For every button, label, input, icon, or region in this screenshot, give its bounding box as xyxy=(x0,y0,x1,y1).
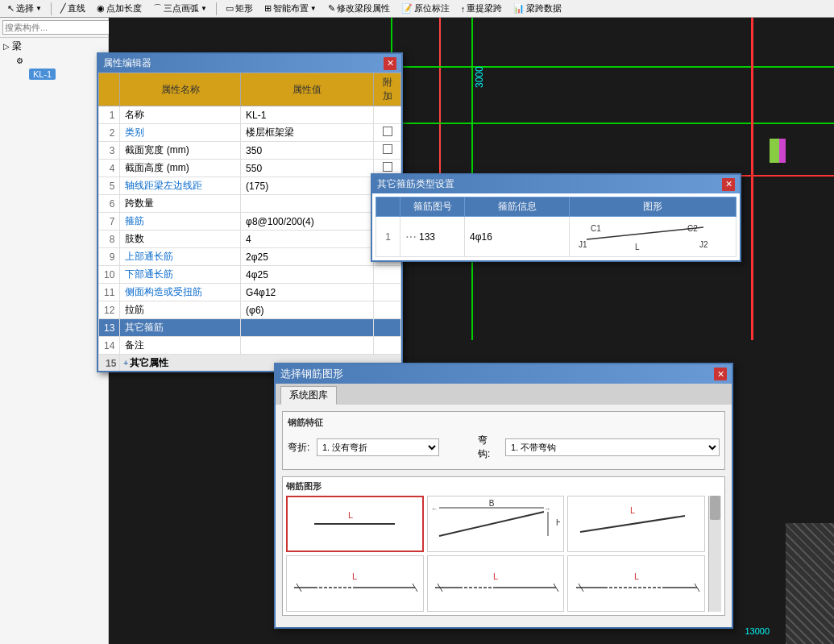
shapes-scrollbar[interactable] xyxy=(708,496,721,612)
prop-row-5[interactable]: 5 轴线距梁左边线距 (175) xyxy=(99,177,401,195)
prop-row-val[interactable]: 2φ25 xyxy=(241,248,374,266)
prop-row-2[interactable]: 2 类别 楼层框架梁 xyxy=(99,124,401,142)
prop-row-7[interactable]: 7 箍筋 φ8@100/200(4) xyxy=(99,213,401,231)
prop-row-val[interactable] xyxy=(241,195,374,213)
prop-row-val[interactable] xyxy=(241,319,374,337)
shapes-grid: L B H ← xyxy=(286,496,721,612)
prop-checkbox[interactable] xyxy=(383,162,392,172)
prop-row-name: 侧面构造或受扭筋 xyxy=(120,284,241,301)
rebar-title-bar[interactable]: 选择钢筋图形 ✕ xyxy=(276,364,732,384)
prop-row-1[interactable]: 1 名称 KL-1 xyxy=(99,106,401,124)
select-tool-btn[interactable]: ↖ 选择 ▼ xyxy=(3,1,46,16)
bend-select[interactable]: 1. 没有弯折 xyxy=(317,438,439,456)
shape-cell-5[interactable]: L xyxy=(567,555,705,612)
rect-tool-btn[interactable]: ▭ 矩形 xyxy=(222,1,257,16)
shape-svg-5: L xyxy=(572,563,701,604)
settings-icon: ⚙ xyxy=(16,56,23,65)
arc-tool-btn[interactable]: ⌒ 三点画弧 ▼ xyxy=(149,1,211,16)
point-length-btn[interactable]: ◉ 点加长度 xyxy=(93,1,146,16)
stirrup-dialog: 其它箍筋类型设置 ✕ 箍筋图号 箍筋信息 图形 1 ⋯ 133 xyxy=(371,173,741,262)
prop-row-add xyxy=(374,319,401,337)
rebar-features-title: 钢筋特征 xyxy=(288,417,720,429)
prop-group-num: 15 xyxy=(99,355,120,372)
stirrup-id-cell: ⋯ 133 xyxy=(400,217,465,257)
prop-checkbox[interactable] xyxy=(383,127,392,136)
shape-svg-1: B H ← → xyxy=(431,500,560,548)
shape-cell-2[interactable]: L xyxy=(567,496,705,552)
svg-text:L: L xyxy=(493,571,498,581)
tree-item-beam[interactable]: ▷ 梁 xyxy=(0,38,108,55)
prop-editor-close-btn[interactable]: ✕ xyxy=(384,57,396,70)
tree-item-kl1[interactable]: KL-1 xyxy=(0,67,108,81)
prop-row-val[interactable]: 350 xyxy=(241,142,374,160)
prop-row-val[interactable]: G4φ12 xyxy=(241,284,374,301)
prop-row-name: 截面高度 (mm) xyxy=(120,160,241,177)
arc-dropdown-arrow: ▼ xyxy=(201,5,207,12)
prop-editor-title-bar[interactable]: 属性编辑器 ✕ xyxy=(98,54,401,73)
original-mark-btn[interactable]: 📝 原位标注 xyxy=(397,1,454,16)
tree-item-settings[interactable]: ⚙ xyxy=(0,55,108,67)
prop-row-9[interactable]: 9 上部通长筋 2φ25 xyxy=(99,248,401,266)
stirrup-dots-btn[interactable]: ⋯ xyxy=(405,231,417,243)
lift-span-btn[interactable]: ↑ 重提梁跨 xyxy=(457,1,507,16)
shape-cell-3[interactable]: L xyxy=(286,555,424,612)
prop-row-val[interactable]: 楼层框架梁 xyxy=(241,124,374,142)
rebar-features-section: 钢筋特征 弯折: 1. 没有弯折 弯钩: 1. 不带弯钩 xyxy=(282,411,725,470)
prop-row-val[interactable]: 550 xyxy=(241,160,374,177)
stirrup-col-id: 箍筋图号 xyxy=(400,197,465,217)
prop-table: 属性名称 属性值 附加 1 名称 KL-1 2 类别 楼层框架梁 3 截面宽度 … xyxy=(98,73,401,371)
prop-row-val[interactable]: (φ6) xyxy=(241,301,374,319)
prop-row-val[interactable]: 4 xyxy=(241,231,374,248)
prop-row-12[interactable]: 12 拉筋 (φ6) xyxy=(99,301,401,319)
cad-hatch xyxy=(786,523,834,644)
prop-row-val[interactable]: (175) xyxy=(241,177,374,195)
cad-vert-line-red xyxy=(439,18,441,179)
prop-row-10[interactable]: 10 下部通长筋 4φ25 xyxy=(99,266,401,284)
prop-row-4[interactable]: 4 截面高度 (mm) 550 xyxy=(99,160,401,177)
stirrup-close-btn[interactable]: ✕ xyxy=(722,178,735,191)
lift-icon: ↑ xyxy=(461,4,466,14)
cad-bottom-dim: 13000 xyxy=(745,626,770,636)
prop-row-14[interactable]: 14 备注 xyxy=(99,337,401,355)
prop-row-name: 截面宽度 (mm) xyxy=(120,142,241,160)
cad-horiz-line-2 xyxy=(391,123,834,124)
svg-text:L: L xyxy=(634,571,639,581)
prop-row-num: 11 xyxy=(99,284,120,301)
select-dropdown-arrow: ▼ xyxy=(35,5,42,12)
prop-row-11[interactable]: 11 侧面构造或受扭筋 G4φ12 xyxy=(99,284,401,301)
prop-row-8[interactable]: 8 肢数 4 xyxy=(99,231,401,248)
prop-row-num: 6 xyxy=(99,195,120,213)
svg-text:L: L xyxy=(348,510,353,520)
prop-editor-dialog: 属性编辑器 ✕ 属性名称 属性值 附加 1 名称 KL-1 2 类别 楼层框架梁 xyxy=(97,52,403,372)
smart-layout-btn[interactable]: ⊞ 智能布置 ▼ xyxy=(260,1,321,16)
tab-system-library[interactable]: 系统图库 xyxy=(280,386,337,405)
svg-line-2 xyxy=(587,227,703,239)
prop-row-13[interactable]: 13 其它箍筋 xyxy=(99,319,401,337)
rebar-shape-dialog: 选择钢筋图形 ✕ 系统图库 钢筋特征 弯折: 1. 没有弯折 弯钩: 1. 不带… xyxy=(274,363,733,629)
prop-row-val[interactable]: KL-1 xyxy=(241,106,374,124)
search-input[interactable] xyxy=(2,20,118,35)
line-tool-btn[interactable]: ╱ 直线 xyxy=(56,1,89,16)
prop-row-val[interactable]: 4φ25 xyxy=(241,266,374,284)
beam-label: 梁 xyxy=(12,39,22,53)
data-icon: 📊 xyxy=(513,3,525,14)
prop-row-add xyxy=(374,301,401,319)
rebar-close-btn[interactable]: ✕ xyxy=(714,368,727,380)
prop-checkbox[interactable] xyxy=(383,144,392,154)
hook-select[interactable]: 1. 不带弯钩 xyxy=(505,438,720,456)
cad-red-vert xyxy=(751,18,753,340)
modify-span-btn[interactable]: ✎ 修改梁段属性 xyxy=(324,1,394,16)
smart-icon: ⊞ xyxy=(264,3,272,14)
prop-row-val[interactable] xyxy=(241,337,374,355)
prop-row-3[interactable]: 3 截面宽度 (mm) 350 xyxy=(99,142,401,160)
stirrup-title-bar[interactable]: 其它箍筋类型设置 ✕ xyxy=(372,175,740,193)
shape-cell-1[interactable]: B H ← → xyxy=(427,496,565,552)
prop-row-add xyxy=(374,142,401,160)
stirrup-row-1[interactable]: 1 ⋯ 133 4φ16 C1 C2 J xyxy=(376,217,736,257)
prop-row-6[interactable]: 6 跨数量 xyxy=(99,195,401,213)
shape-cell-4[interactable]: L xyxy=(427,555,565,612)
shape-cell-0[interactable]: L xyxy=(286,496,424,552)
prop-row-add xyxy=(374,106,401,124)
prop-row-val[interactable]: φ8@100/200(4) xyxy=(241,213,374,231)
span-data-btn[interactable]: 📊 梁跨数据 xyxy=(509,1,566,16)
